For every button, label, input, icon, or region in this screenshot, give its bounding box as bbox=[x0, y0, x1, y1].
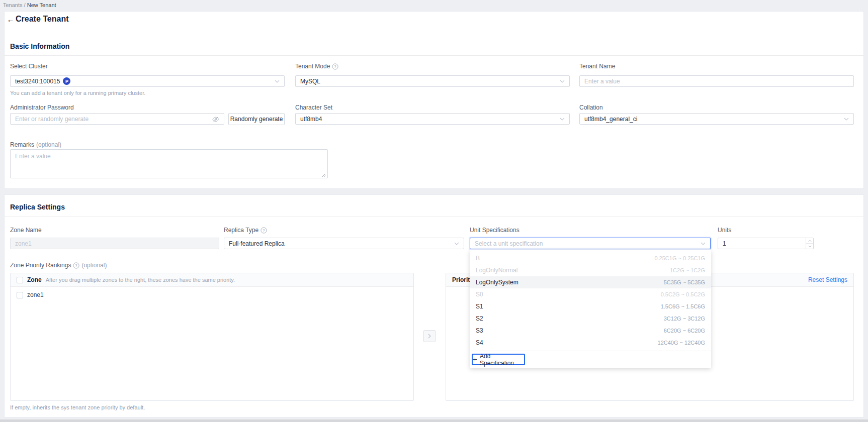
admin-password-input[interactable] bbox=[11, 114, 224, 124]
question-circle-icon[interactable]: ? bbox=[332, 63, 338, 70]
resize-handle[interactable] bbox=[321, 173, 326, 177]
select-cluster-select[interactable]: test3240:100015 P bbox=[10, 75, 285, 87]
tenant-mode-value: MySQL bbox=[300, 78, 320, 85]
zone1-checkbox[interactable] bbox=[17, 292, 23, 298]
character-set-value: utf8mb4 bbox=[300, 116, 322, 123]
dropdown-option: B 0.25C1G ~ 0.25C1G bbox=[470, 252, 711, 264]
collation-label: Collation bbox=[579, 103, 603, 112]
breadcrumb-separator: / bbox=[24, 2, 26, 8]
chevron-down-icon bbox=[560, 118, 565, 121]
stepper-down-icon[interactable] bbox=[806, 243, 813, 249]
remarks-textarea[interactable] bbox=[10, 149, 328, 178]
question-circle-icon[interactable]: ? bbox=[261, 227, 267, 234]
zone-priority-label: Zone Priority Rankings ? (optional) bbox=[10, 261, 107, 269]
select-cluster-label: Select Cluster bbox=[10, 62, 48, 70]
zone-source-panel-header: Zone After you drag multiple zones to th… bbox=[11, 273, 413, 287]
create-tenant-page: Tenants / New Tenant ← Create Tenant Bas… bbox=[0, 0, 868, 422]
units-label: Units bbox=[718, 226, 731, 234]
randomly-generate-button[interactable]: Randomly generate bbox=[228, 113, 285, 125]
replica-type-select[interactable]: Full-featured Replica bbox=[224, 238, 464, 249]
tenant-name-field-wrap bbox=[579, 75, 854, 87]
unit-specifications-select[interactable]: Select a unit specification bbox=[470, 238, 711, 249]
select-cluster-helper: You can add a tenant only for a running … bbox=[10, 90, 145, 96]
dropdown-option[interactable]: S1 1.5C6G ~ 1.5C6G bbox=[470, 300, 711, 312]
character-set-label: Character Set bbox=[295, 103, 332, 112]
dropdown-option: LogOnlyNormal 1C2G ~ 1C2G bbox=[470, 264, 711, 276]
dropdown-option-active[interactable]: LogOnlySystem 5C35G ~ 5C35G bbox=[470, 276, 711, 288]
dropdown-footer: Add Specification bbox=[470, 351, 711, 368]
chevron-down-icon bbox=[701, 242, 706, 245]
tenant-name-input[interactable] bbox=[580, 76, 853, 86]
unit-spec-dropdown: B 0.25C1G ~ 0.25C1G LogOnlyNormal 1C2G ~… bbox=[470, 250, 711, 368]
chevron-down-icon bbox=[454, 242, 459, 245]
units-field-wrap bbox=[718, 238, 814, 249]
reset-settings-link[interactable]: Reset Settings bbox=[808, 276, 847, 283]
primary-cluster-badge: P bbox=[63, 77, 70, 85]
svg-text:?: ? bbox=[334, 64, 337, 69]
breadcrumb: Tenants / New Tenant bbox=[3, 2, 56, 8]
character-set-select[interactable]: utf8mb4 bbox=[295, 113, 570, 125]
zone-source-panel: Zone After you drag multiple zones to th… bbox=[10, 273, 414, 401]
add-specification-button[interactable]: Add Specification bbox=[472, 354, 525, 365]
eye-invisible-icon[interactable] bbox=[212, 116, 219, 123]
chevron-down-icon bbox=[560, 80, 565, 83]
divider bbox=[4, 217, 864, 217]
svg-text:?: ? bbox=[75, 263, 78, 268]
plus-icon bbox=[473, 357, 477, 362]
replica-type-value: Full-featured Replica bbox=[229, 240, 285, 247]
units-input[interactable] bbox=[718, 238, 813, 249]
divider bbox=[4, 55, 864, 56]
back-arrow-icon[interactable]: ← bbox=[6, 15, 15, 24]
dropdown-option[interactable]: S4 12C40G ~ 12C40G bbox=[470, 337, 711, 349]
unit-specifications-placeholder: Select a unit specification bbox=[475, 240, 543, 247]
chevron-down-icon bbox=[844, 118, 849, 121]
page-title: Create Tenant bbox=[16, 15, 69, 24]
window-bottom-edge bbox=[0, 419, 868, 422]
chevron-down-icon bbox=[275, 80, 280, 83]
zone1-label: zone1 bbox=[27, 291, 44, 298]
zone-source-panel-title: Zone bbox=[27, 276, 42, 283]
svg-text:?: ? bbox=[263, 228, 265, 233]
replica-settings-heading: Replica Settings bbox=[10, 203, 65, 211]
question-circle-icon[interactable]: ? bbox=[73, 262, 79, 269]
breadcrumb-new-tenant: New Tenant bbox=[27, 2, 56, 8]
tenant-mode-label: Tenant Mode ? bbox=[295, 62, 338, 70]
select-cluster-value: test3240:100015 bbox=[15, 78, 60, 85]
breadcrumb-tenants[interactable]: Tenants bbox=[3, 2, 23, 8]
zone-name-input bbox=[11, 238, 219, 249]
dropdown-option[interactable]: S3 6C20G ~ 6C20G bbox=[470, 325, 711, 337]
zone-name-field-wrap bbox=[10, 238, 219, 249]
zone-list-item[interactable]: zone1 bbox=[11, 287, 413, 298]
move-right-button[interactable] bbox=[423, 330, 436, 342]
basic-information-heading: Basic Information bbox=[10, 42, 69, 50]
dropdown-option: S0 0.5C2G ~ 0.5C2G bbox=[470, 288, 711, 300]
zone-source-panel-hint: After you drag multiple zones to the rig… bbox=[46, 277, 235, 283]
tenant-mode-select[interactable]: MySQL bbox=[295, 75, 570, 87]
admin-password-label: Administrator Password bbox=[10, 103, 74, 112]
stepper-up-icon[interactable] bbox=[806, 238, 813, 243]
select-all-zones-checkbox[interactable] bbox=[17, 277, 23, 283]
dropdown-option[interactable]: S2 3C12G ~ 3C12G bbox=[470, 312, 711, 325]
admin-password-field-wrap bbox=[10, 113, 224, 125]
tenant-name-label: Tenant Name bbox=[579, 62, 615, 70]
units-stepper bbox=[806, 238, 813, 249]
remarks-label: Remarks (optional) bbox=[10, 141, 61, 149]
unit-specifications-label: Unit Specifications bbox=[470, 226, 519, 234]
zone-name-label: Zone Name bbox=[10, 226, 42, 234]
collation-select[interactable]: utf8mb4_general_ci bbox=[579, 113, 854, 125]
replica-type-label: Replica Type ? bbox=[224, 226, 267, 234]
collation-value: utf8mb4_general_ci bbox=[584, 116, 637, 123]
zone-priority-footer-hint: If empty, inherits the sys tenant zone p… bbox=[10, 404, 145, 410]
